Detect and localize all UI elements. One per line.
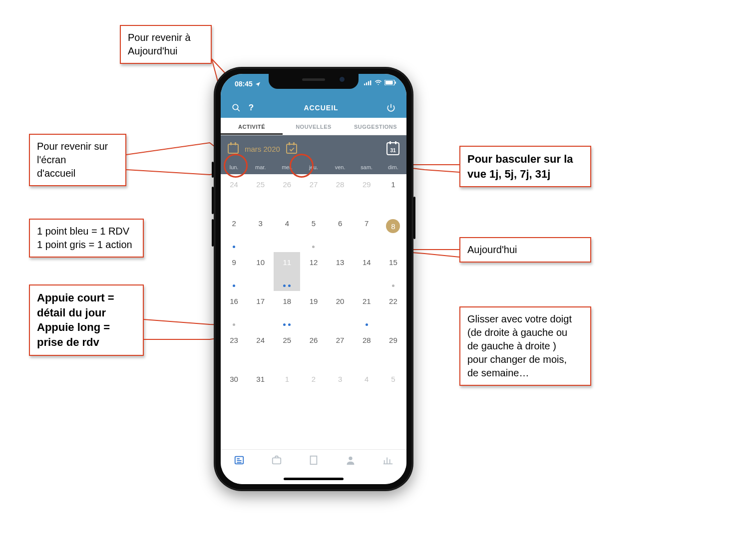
tab-activite[interactable]: ACTIVITÉ bbox=[221, 118, 283, 135]
day-cell[interactable]: 1 bbox=[380, 174, 406, 213]
day-cell[interactable]: 17 bbox=[247, 291, 274, 330]
bottomnav-briefcase[interactable] bbox=[271, 455, 283, 467]
mute-switch bbox=[212, 162, 214, 178]
phone-screen: 08:45 bbox=[221, 74, 406, 484]
day-cell[interactable]: 26 bbox=[300, 330, 327, 369]
day-dots bbox=[380, 284, 406, 287]
callout-swipe-hint: Glisser avec votre doigt(de droite à gau… bbox=[459, 306, 591, 386]
day-number: 21 bbox=[363, 297, 371, 305]
dot-rdv-icon bbox=[233, 284, 235, 287]
day-cell[interactable]: 1 bbox=[274, 369, 300, 408]
status-icons bbox=[364, 80, 396, 85]
dow-sat: sam. bbox=[354, 164, 380, 170]
home-indicator[interactable] bbox=[284, 478, 344, 480]
day-cell[interactable]: 6 bbox=[327, 213, 354, 252]
day-cell[interactable]: 28 bbox=[354, 330, 380, 369]
day-cell[interactable]: 11 bbox=[274, 252, 300, 291]
day-cell[interactable]: 21 bbox=[354, 291, 380, 330]
day-number: 6 bbox=[338, 219, 342, 228]
day-number: 12 bbox=[310, 258, 318, 267]
wifi-icon bbox=[374, 80, 382, 85]
news-icon bbox=[233, 455, 245, 466]
svg-rect-9 bbox=[395, 81, 396, 84]
day-cell[interactable]: 5 bbox=[300, 213, 327, 252]
bottomnav-stats[interactable] bbox=[382, 455, 394, 467]
day-cell[interactable]: 4 bbox=[274, 213, 300, 252]
day-number: 11 bbox=[283, 258, 292, 267]
day-cell[interactable]: 8 bbox=[380, 213, 406, 252]
day-cell[interactable]: 22 bbox=[380, 291, 406, 330]
day-cell[interactable]: 24 bbox=[221, 174, 247, 213]
header-title: ACCUEIL bbox=[259, 104, 383, 112]
day-number: 18 bbox=[283, 297, 292, 305]
day-cell[interactable]: 16 bbox=[221, 291, 247, 330]
day-cell[interactable]: 15 bbox=[380, 252, 406, 291]
day-number: 28 bbox=[363, 336, 371, 344]
tab-suggestions[interactable]: SUGGESTIONS bbox=[345, 118, 406, 135]
calendar-home-icon[interactable] bbox=[228, 144, 239, 154]
day-number: 4 bbox=[285, 219, 289, 228]
day-cell[interactable]: 2 bbox=[221, 213, 247, 252]
day-cell[interactable]: 25 bbox=[274, 330, 300, 369]
day-cell[interactable]: 19 bbox=[300, 291, 327, 330]
question-mark-icon: ? bbox=[249, 103, 254, 113]
help-button[interactable]: ? bbox=[244, 103, 259, 113]
day-number: 8 bbox=[386, 219, 400, 233]
day-cell[interactable]: 9 bbox=[221, 252, 247, 291]
callout-switch-view: Pour basculer sur lavue 1j, 5j, 7j, 31j bbox=[459, 146, 591, 187]
day-cell[interactable]: 29 bbox=[354, 174, 380, 213]
day-cell[interactable]: 25 bbox=[247, 174, 274, 213]
calendar-view-toggle[interactable]: 31 bbox=[386, 142, 399, 155]
dow-mon: lun. bbox=[221, 164, 247, 170]
day-cell[interactable]: 12 bbox=[300, 252, 327, 291]
day-number: 5 bbox=[312, 219, 316, 228]
bottomnav-person[interactable] bbox=[345, 455, 357, 467]
day-number: 15 bbox=[389, 258, 397, 267]
day-dots bbox=[221, 246, 247, 248]
day-cell[interactable]: 31 bbox=[247, 369, 274, 408]
day-cell[interactable]: 30 bbox=[221, 369, 247, 408]
day-cell[interactable]: 24 bbox=[247, 330, 274, 369]
callout-text: Pour revenir àAujourd'hui bbox=[128, 32, 191, 56]
day-cell[interactable]: 29 bbox=[380, 330, 406, 369]
day-number: 22 bbox=[389, 297, 397, 305]
dow-wed: mer. bbox=[274, 164, 300, 170]
day-number: 26 bbox=[310, 336, 318, 344]
bottomnav-news[interactable] bbox=[233, 455, 245, 467]
day-cell[interactable]: 28 bbox=[327, 174, 354, 213]
svg-rect-16 bbox=[272, 458, 281, 464]
callout-text: Pour basculer sur lavue 1j, 5j, 7j, 31j bbox=[467, 153, 573, 180]
callout-text: Appuie court =détail du jourAppuie long … bbox=[37, 291, 114, 348]
day-cell[interactable]: 3 bbox=[327, 369, 354, 408]
svg-rect-2 bbox=[364, 83, 365, 85]
day-cell[interactable]: 26 bbox=[274, 174, 300, 213]
day-number: 29 bbox=[363, 180, 371, 189]
day-cell[interactable]: 5 bbox=[380, 369, 406, 408]
day-cell[interactable]: 13 bbox=[327, 252, 354, 291]
day-cell[interactable]: 18 bbox=[274, 291, 300, 330]
day-cell[interactable]: 3 bbox=[247, 213, 274, 252]
svg-point-10 bbox=[233, 104, 238, 110]
search-button[interactable] bbox=[229, 103, 244, 112]
power-button bbox=[413, 197, 415, 239]
calendar-today-icon[interactable] bbox=[286, 144, 297, 154]
day-number: 23 bbox=[230, 336, 238, 344]
phone-frame: 08:45 bbox=[214, 67, 413, 491]
dot-rdv-icon bbox=[288, 284, 291, 287]
day-cell[interactable]: 20 bbox=[327, 291, 354, 330]
day-cell[interactable]: 14 bbox=[354, 252, 380, 291]
day-cell[interactable]: 27 bbox=[300, 174, 327, 213]
svg-point-24 bbox=[349, 457, 353, 460]
day-number: 7 bbox=[365, 219, 369, 228]
day-cell[interactable]: 23 bbox=[221, 330, 247, 369]
dow-row: lun. mar. mer. jeu. ven. sam. dim. bbox=[221, 162, 406, 174]
calendar-grid[interactable]: 2425262728291234567891011121314151617181… bbox=[221, 174, 406, 408]
power-logout-button[interactable] bbox=[383, 103, 398, 112]
day-cell[interactable]: 7 bbox=[354, 213, 380, 252]
day-cell[interactable]: 10 bbox=[247, 252, 274, 291]
day-cell[interactable]: 27 bbox=[327, 330, 354, 369]
day-cell[interactable]: 2 bbox=[300, 369, 327, 408]
tab-nouvelles[interactable]: NOUVELLES bbox=[283, 118, 345, 135]
day-cell[interactable]: 4 bbox=[354, 369, 380, 408]
bottomnav-building[interactable] bbox=[308, 455, 320, 467]
